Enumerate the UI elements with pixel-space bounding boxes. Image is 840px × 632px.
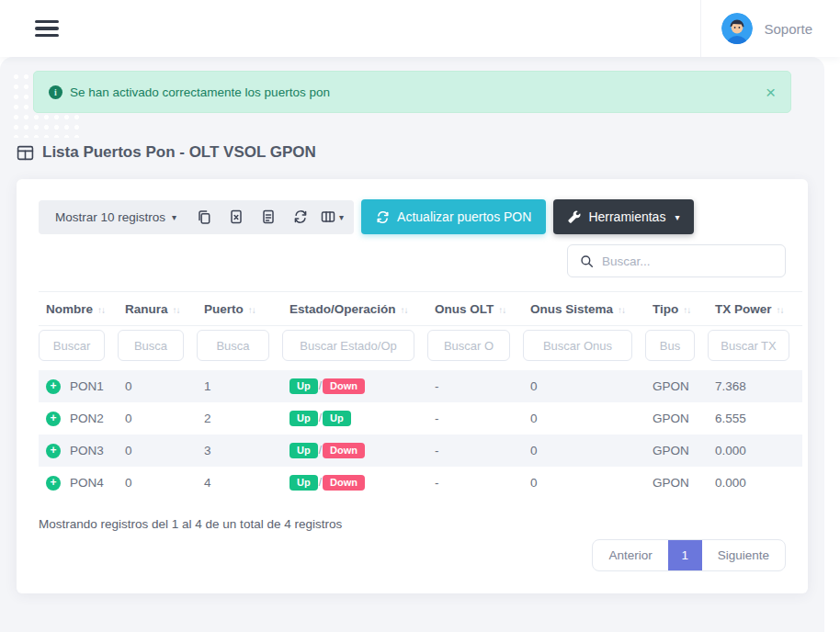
filter-input-estado[interactable] bbox=[282, 330, 414, 361]
filter-row bbox=[39, 326, 802, 371]
sort-icon[interactable]: ↑↓ bbox=[248, 305, 255, 315]
global-search bbox=[567, 244, 786, 277]
column-header-tx-power[interactable]: TX Power↑↓ bbox=[708, 292, 802, 326]
expand-row-plus-icon[interactable]: + bbox=[46, 476, 61, 491]
caret-down-icon: ▾ bbox=[675, 212, 679, 222]
filter-input-tx-power[interactable] bbox=[708, 330, 789, 361]
pagination-prev-button[interactable]: Anterior bbox=[593, 540, 667, 570]
status-separator: / bbox=[319, 379, 322, 392]
pon-ports-table: Nombre↑↓ Ranura↑↓ Puerto↑↓ Estado/Operac… bbox=[39, 291, 802, 499]
status-separator: / bbox=[319, 412, 322, 424]
onus-olt-value: - bbox=[427, 467, 523, 499]
table-row: +PON1 0 1 Up/Down - 0 GPON 7.368 bbox=[39, 370, 802, 402]
onus-sistema-value: 0 bbox=[523, 467, 645, 499]
success-alert: i Se han activado correctamente los puer… bbox=[33, 71, 791, 113]
port-value: 3 bbox=[197, 434, 282, 467]
tools-dropdown-button[interactable]: Herramientas ▾ bbox=[553, 199, 694, 234]
app-window: Soporte i Se han activado correctamente … bbox=[0, 0, 840, 632]
refresh-pon-ports-button[interactable]: Actualizar puertos PON bbox=[361, 199, 546, 234]
user-menu[interactable]: Soporte bbox=[700, 0, 818, 57]
file-export-button[interactable] bbox=[252, 200, 284, 234]
port-value: 1 bbox=[197, 370, 282, 402]
filter-input-tipo[interactable] bbox=[645, 330, 695, 361]
status-badge: Up bbox=[289, 411, 318, 426]
expand-row-plus-icon[interactable]: + bbox=[46, 412, 61, 426]
alert-message: Se han activado correctamente los puerto… bbox=[70, 85, 330, 99]
hamburger-icon[interactable] bbox=[35, 17, 59, 41]
sort-icon[interactable]: ↑↓ bbox=[683, 305, 690, 315]
status-badge: Up bbox=[289, 443, 318, 458]
search-icon bbox=[580, 254, 594, 268]
expand-row-plus-icon[interactable]: + bbox=[46, 444, 61, 458]
onus-sistema-value: 0 bbox=[523, 402, 645, 434]
pagination-row: Anterior 1 Siguiente bbox=[39, 539, 786, 571]
page-title-text: Lista Puertos Pon - OLT VSOL GPON bbox=[42, 143, 316, 162]
filter-input-nombre[interactable] bbox=[39, 330, 105, 361]
pagination-next-button[interactable]: Siguiente bbox=[702, 540, 785, 570]
filter-input-onus-sistema[interactable] bbox=[523, 330, 632, 361]
status-separator: / bbox=[319, 444, 322, 457]
filter-input-puerto[interactable] bbox=[197, 330, 269, 361]
status-badge: Up bbox=[289, 475, 318, 491]
avatar bbox=[721, 13, 753, 44]
copy-icon bbox=[197, 209, 211, 224]
sort-icon[interactable]: ↑↓ bbox=[498, 305, 505, 315]
sort-icon[interactable]: ↑↓ bbox=[618, 305, 625, 315]
port-name: PON4 bbox=[70, 476, 104, 490]
port-name: PON2 bbox=[70, 412, 104, 425]
operation-badge: Up bbox=[323, 411, 351, 426]
slot-value: 0 bbox=[118, 434, 197, 467]
tx-power-value: 7.368 bbox=[708, 370, 802, 402]
search-input[interactable] bbox=[602, 254, 785, 268]
close-icon[interactable]: × bbox=[766, 84, 776, 101]
column-header-estado[interactable]: Estado/Operación↑↓ bbox=[282, 292, 427, 326]
filter-input-onus-olt[interactable] bbox=[427, 330, 510, 361]
page-title: Lista Puertos Pon - OLT VSOL GPON bbox=[17, 143, 824, 162]
status-badge: Up bbox=[289, 378, 318, 394]
column-header-onus-olt[interactable]: Onus OLT↑↓ bbox=[427, 292, 523, 326]
onus-olt-value: - bbox=[427, 402, 523, 434]
tx-power-value: 0.000 bbox=[708, 434, 802, 467]
refresh-icon bbox=[376, 210, 390, 224]
tx-power-value: 0.000 bbox=[708, 467, 802, 499]
table-row: +PON3 0 3 Up/Down - 0 GPON 0.000 bbox=[39, 434, 802, 467]
onus-olt-value: - bbox=[427, 370, 523, 402]
column-header-nombre[interactable]: Nombre↑↓ bbox=[39, 292, 118, 326]
filter-input-ranura[interactable] bbox=[118, 330, 184, 361]
sort-icon[interactable]: ↑↓ bbox=[173, 305, 180, 315]
length-menu-dropdown[interactable]: Mostrar 10 registros ▾ bbox=[44, 210, 187, 224]
sort-icon[interactable]: ↑↓ bbox=[401, 305, 408, 315]
onus-olt-value: - bbox=[427, 434, 523, 467]
search-row bbox=[39, 244, 786, 277]
tipo-value: GPON bbox=[645, 402, 708, 434]
pagination-page-1-button[interactable]: 1 bbox=[668, 540, 702, 570]
excel-export-button[interactable] bbox=[220, 200, 252, 234]
column-header-onus-sistema[interactable]: Onus Sistema↑↓ bbox=[523, 292, 645, 326]
excel-icon bbox=[229, 209, 244, 224]
column-header-puerto[interactable]: Puerto↑↓ bbox=[197, 292, 282, 326]
sort-icon[interactable]: ↑↓ bbox=[97, 305, 105, 315]
header-row: Nombre↑↓ Ranura↑↓ Puerto↑↓ Estado/Operac… bbox=[39, 292, 802, 326]
copy-button[interactable] bbox=[187, 200, 220, 234]
tipo-value: GPON bbox=[645, 370, 708, 402]
operation-badge: Down bbox=[323, 443, 365, 458]
column-header-tipo[interactable]: Tipo↑↓ bbox=[645, 292, 708, 326]
refresh-pon-ports-label: Actualizar puertos PON bbox=[397, 209, 531, 224]
expand-row-plus-icon[interactable]: + bbox=[46, 379, 61, 394]
port-name: PON3 bbox=[70, 444, 104, 457]
table-card: Mostrar 10 registros ▾ bbox=[17, 179, 808, 593]
table-grid-icon bbox=[17, 144, 34, 162]
status-separator: / bbox=[319, 476, 322, 489]
tools-label: Herramientas bbox=[588, 209, 665, 224]
wrench-icon bbox=[568, 210, 581, 223]
sort-icon[interactable]: ↑↓ bbox=[777, 305, 784, 315]
table-info-text: Mostrando registros del 1 al 4 de un tot… bbox=[39, 517, 786, 531]
reload-table-button[interactable] bbox=[284, 200, 316, 234]
column-header-ranura[interactable]: Ranura↑↓ bbox=[118, 292, 197, 326]
datatable-buttons-strip: Mostrar 10 registros ▾ bbox=[39, 200, 354, 234]
tipo-value: GPON bbox=[645, 434, 708, 467]
column-visibility-button[interactable]: ▾ bbox=[316, 200, 348, 234]
slot-value: 0 bbox=[118, 467, 197, 499]
info-icon: i bbox=[49, 85, 62, 99]
onus-sistema-value: 0 bbox=[523, 434, 645, 467]
